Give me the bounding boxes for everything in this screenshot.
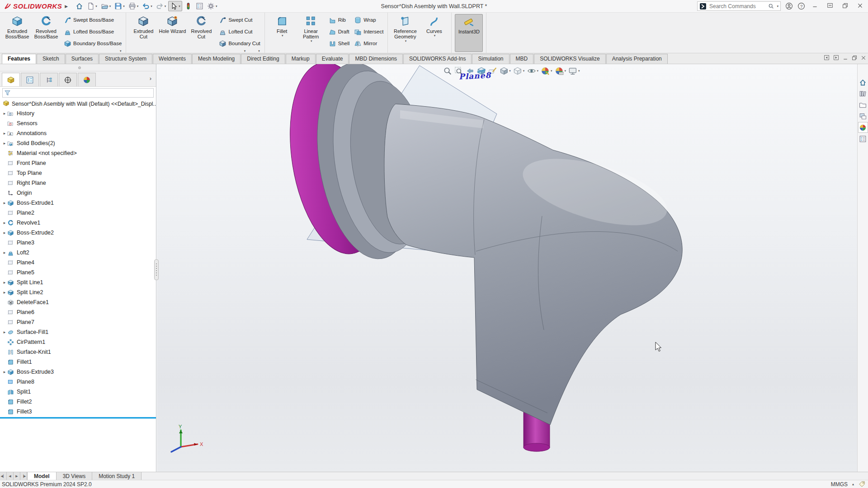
tree-item-origin[interactable]: Origin [0, 188, 156, 198]
task-pane-custom-properties-icon[interactable] [858, 133, 868, 144]
tree-item-right-plane[interactable]: Right Plane [0, 178, 156, 188]
tab-sketch[interactable]: Sketch [37, 54, 65, 64]
tree-item-plane7[interactable]: Plane7 [0, 317, 156, 327]
panel-tab-property-manager[interactable] [21, 73, 39, 86]
doc-tab-model[interactable]: Model [27, 472, 57, 480]
tree-item-plane4[interactable]: Plane4 [0, 258, 156, 267]
redo-icon[interactable]: ▾ [155, 1, 168, 11]
tab-mesh-modeling[interactable]: Mesh Modeling [192, 54, 241, 64]
rib-button[interactable]: Rib [327, 14, 351, 26]
doc-close-icon[interactable] [861, 55, 866, 62]
new-file-icon[interactable]: ▾ [85, 1, 99, 11]
fillet-button[interactable]: Fillet▾ [268, 14, 296, 38]
tab-evaluate[interactable]: Evaluate [316, 54, 349, 64]
tree-item-boss-extrude2[interactable]: ▸Boss-Extrude2 [0, 228, 156, 238]
tree-item-history[interactable]: ▸History [0, 108, 156, 118]
search-commands-box[interactable]: ▾ [697, 1, 781, 11]
task-pane-appearances-scenes-icon[interactable] [858, 122, 868, 133]
search-input[interactable] [708, 3, 766, 10]
tab-scroll-button-1[interactable]: ◀ [7, 472, 14, 480]
graphics-viewport[interactable]: Y X ▾▾▾▾▾▾ Plane8 [157, 64, 857, 472]
apply-scene-icon[interactable]: ▾ [554, 66, 566, 76]
display-style-icon[interactable]: ▾ [513, 66, 525, 76]
tree-filter-input[interactable] [2, 88, 154, 98]
tab-direct-editing[interactable]: Direct Editing [241, 54, 285, 64]
task-pane-design-library-icon[interactable] [858, 88, 868, 99]
open-file-icon[interactable]: ▾ [99, 1, 113, 11]
tree-item-surface-fill1[interactable]: ▸Surface-Fill1 [0, 327, 156, 337]
tab-mbd[interactable]: MBD [510, 54, 534, 64]
rebuild-traffic-light-icon[interactable] [183, 1, 193, 11]
user-account-icon[interactable] [785, 2, 793, 10]
close-icon[interactable] [855, 2, 865, 11]
tree-item-loft2[interactable]: ▸Loft2 [0, 248, 156, 258]
swept-cut-button[interactable]: Swept Cut [217, 14, 261, 26]
tag-icon[interactable] [859, 481, 865, 488]
revolved-boss-base-button[interactable]: Revolved Boss/Base [32, 14, 60, 39]
intersect-button[interactable]: Intersect [353, 26, 385, 38]
view-orientation-icon[interactable]: ▾ [499, 66, 511, 76]
edit-appearance-icon[interactable]: ▾ [540, 66, 553, 76]
tree-item-solid-bodies-2-[interactable]: ▸Solid Bodies(2) [0, 138, 156, 148]
panel-splitter-grip[interactable] [154, 259, 159, 280]
tree-item-deleteface1[interactable]: DeleteFace1 [0, 297, 156, 307]
draft-button[interactable]: Draft [327, 26, 351, 38]
tree-item-top-plane[interactable]: Top Plane [0, 168, 156, 178]
rollback-bar[interactable] [0, 417, 156, 418]
panel-collapse-strip[interactable] [0, 64, 156, 71]
mirror-button[interactable]: Mirror [353, 38, 385, 49]
panel-expand-icon[interactable]: › [150, 75, 151, 82]
doc-minimize-icon[interactable] [843, 55, 848, 62]
tab-solidworks-visualize[interactable]: SOLIDWORKS Visualize [534, 54, 606, 64]
task-pane-view-palette-icon[interactable] [858, 111, 868, 122]
tree-item-revolve1[interactable]: ▸Revolve1 [0, 218, 156, 228]
extruded-boss-base-button[interactable]: Extruded Boss/Base [3, 14, 31, 39]
reference-geometry-button[interactable]: Reference Geometry▾ [391, 14, 419, 43]
tab-scroll-button-3[interactable]: ▕▶ [20, 472, 27, 480]
pane-previous-icon[interactable] [824, 55, 830, 62]
tab-features[interactable]: Features [2, 54, 36, 64]
hide-show-items-icon[interactable]: ▾ [526, 66, 539, 76]
tree-item-fillet3[interactable]: Fillet3 [0, 407, 156, 417]
pane-next-icon[interactable] [833, 55, 839, 62]
lofted-cut-button[interactable]: Lofted Cut [217, 26, 261, 38]
zoom-to-fit-icon[interactable] [442, 66, 452, 76]
tab-simulation[interactable]: Simulation [472, 54, 509, 64]
tree-item-split-line2[interactable]: ▸Split Line2 [0, 287, 156, 297]
group-flyout-caret[interactable]: ▾ [244, 49, 246, 53]
tab-surfaces[interactable]: Surfaces [66, 54, 99, 64]
tree-item-split1[interactable]: Split1 [0, 387, 156, 397]
swept-boss-base-button[interactable]: Swept Boss/Base [62, 14, 123, 26]
tree-item-front-plane[interactable]: Front Plane [0, 158, 156, 168]
tree-item-plane3[interactable]: Plane3 [0, 238, 156, 248]
tab-solidworks-add-ins[interactable]: SOLIDWORKS Add-Ins [403, 54, 472, 64]
home-icon[interactable] [74, 1, 85, 11]
logo-flyout-arrow[interactable]: ▶ [65, 4, 68, 9]
settings-gear-icon[interactable]: ▾ [206, 1, 219, 11]
group-flyout-caret[interactable]: ▾ [258, 49, 260, 53]
revolved-cut-button[interactable]: Revolved Cut [187, 14, 215, 39]
tree-item-sensors[interactable]: Sensors [0, 118, 156, 128]
search-icon[interactable] [768, 3, 774, 9]
tab-scroll-button-0[interactable]: ◀▏ [0, 472, 7, 480]
tab-weldments[interactable]: Weldments [153, 54, 192, 64]
tab-markup[interactable]: Markup [286, 54, 316, 64]
units-caret[interactable]: ▴ [852, 482, 854, 486]
tab-analysis-preparation[interactable]: Analysis Preparation [606, 54, 668, 64]
tree-item-surface-knit1[interactable]: Surface-Knit1 [0, 347, 156, 357]
dock-button[interactable] [825, 1, 835, 11]
panel-tab-display-manager[interactable] [78, 73, 96, 86]
tree-item-cirpattern1[interactable]: CirPattern1 [0, 337, 156, 347]
shell-button[interactable]: Shell [327, 38, 351, 49]
linear-pattern-button[interactable]: Linear Pattern▾ [297, 14, 325, 43]
tree-item-plane2[interactable]: Plane2 [0, 208, 156, 218]
model-body[interactable] [384, 104, 682, 425]
panel-tab-dimxpert-manager[interactable] [59, 73, 77, 86]
boundary-boss-base-button[interactable]: Boundary Boss/Base [62, 38, 123, 49]
print-icon[interactable]: ▾ [127, 1, 140, 11]
tree-item-material-not-specified-[interactable]: Material <not specified> [0, 148, 156, 158]
lofted-boss-base-button[interactable]: Lofted Boss/Base [62, 26, 123, 38]
search-caret[interactable]: ▾ [777, 5, 778, 8]
boundary-cut-button[interactable]: Boundary Cut [217, 38, 261, 49]
restore-button[interactable] [840, 2, 850, 11]
